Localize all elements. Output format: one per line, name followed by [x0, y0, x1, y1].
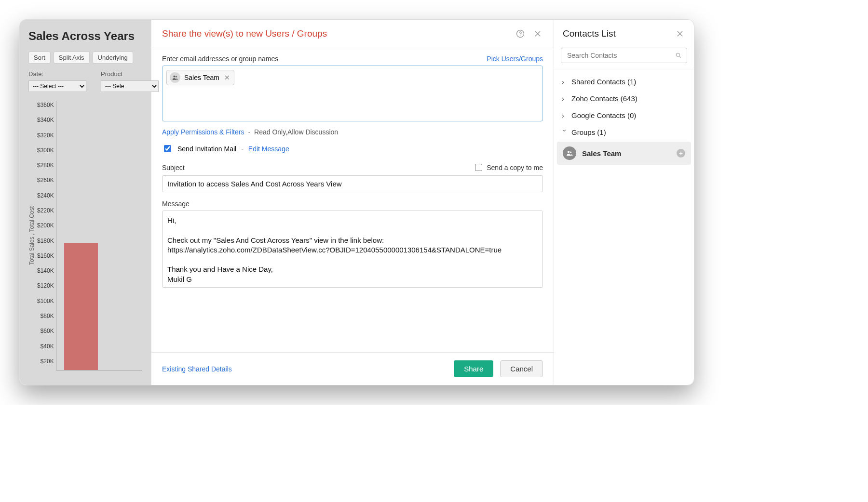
send-copy-label: Send a copy to me — [487, 164, 543, 172]
apply-permissions-link[interactable]: Apply Permissions & Filters — [162, 128, 244, 136]
close-contacts-icon[interactable] — [675, 28, 685, 39]
date-filter-label: Date: — [28, 70, 86, 78]
product-filter-select[interactable]: --- Sele — [101, 80, 159, 92]
sort-button[interactable]: Sort — [28, 52, 51, 64]
group-icon — [563, 146, 576, 160]
group-icon — [170, 72, 180, 83]
share-button[interactable]: Share — [454, 360, 493, 377]
pick-users-link[interactable]: Pick Users/Groups — [487, 55, 543, 63]
message-textarea[interactable] — [162, 211, 543, 288]
contacts-panel: Contacts List › Shared Contacts (1) › Zo… — [554, 20, 694, 385]
add-group-icon[interactable]: + — [677, 149, 685, 158]
google-contacts-row[interactable]: › Google Contacts (0) — [557, 107, 691, 124]
shared-contacts-row[interactable]: › Shared Contacts (1) — [557, 73, 691, 90]
svg-point-1 — [520, 36, 520, 36]
send-invitation-label: Send Invitation Mail — [177, 145, 236, 153]
cancel-button[interactable]: Cancel — [500, 360, 543, 377]
split-axis-button[interactable]: Split Axis — [54, 52, 90, 64]
chart-bar — [64, 243, 98, 370]
date-filter-select[interactable]: --- Select --- — [28, 80, 86, 92]
send-invitation-checkbox[interactable] — [164, 145, 171, 152]
y-axis-label: Total Sales , Total Cost — [28, 101, 35, 370]
edit-message-link[interactable]: Edit Message — [248, 145, 289, 153]
group-sales-team[interactable]: Sales Team + — [557, 142, 691, 165]
zoho-contacts-label: Zoho Contacts (643) — [571, 94, 637, 103]
chart-plot — [56, 101, 142, 370]
search-icon — [675, 52, 682, 59]
report-toolbar: Sort Split Axis Underlying — [28, 52, 142, 64]
chevron-down-icon: › — [561, 130, 569, 135]
report-title: Sales Across Years — [28, 29, 142, 43]
groups-label: Groups (1) — [571, 128, 606, 136]
permissions-summary: Read Only,Allow Discussion — [254, 128, 338, 136]
recipients-input[interactable]: Sales Team ✕ — [162, 66, 543, 121]
google-contacts-label: Google Contacts (0) — [571, 111, 636, 119]
contacts-title: Contacts List — [563, 28, 668, 39]
svg-point-2 — [173, 76, 175, 78]
subject-label: Subject — [162, 164, 185, 172]
product-filter-label: Product — [101, 70, 159, 78]
chevron-right-icon: › — [562, 94, 568, 103]
search-contacts-field[interactable] — [566, 51, 675, 60]
chart-area: Total Sales , Total Cost $360K$340K$320K… — [28, 101, 142, 370]
message-label: Message — [162, 200, 190, 208]
report-panel: Sales Across Years Sort Split Axis Under… — [20, 20, 151, 385]
svg-point-6 — [570, 151, 571, 153]
app-window: Sales Across Years Sort Split Axis Under… — [19, 19, 694, 385]
svg-point-4 — [676, 53, 679, 56]
existing-shared-link[interactable]: Existing Shared Details — [162, 365, 232, 373]
zoho-contacts-row[interactable]: › Zoho Contacts (643) — [557, 90, 691, 107]
groups-row[interactable]: › Groups (1) — [557, 124, 691, 141]
recipients-label: Enter email addresses or group names — [162, 55, 278, 63]
chevron-right-icon: › — [562, 78, 568, 86]
share-modal-title: Share the view(s) to new Users / Groups — [162, 28, 508, 39]
share-modal: Share the view(s) to new Users / Groups … — [151, 20, 554, 385]
y-axis-ticks: $360K$340K$320K$300K$280K$260K$240K$220K… — [35, 101, 56, 370]
recipient-chip-label: Sales Team — [184, 74, 219, 81]
recipient-chip: Sales Team ✕ — [166, 70, 234, 85]
remove-chip-icon[interactable]: ✕ — [224, 74, 230, 81]
close-icon[interactable] — [532, 28, 543, 39]
shared-contacts-label: Shared Contacts (1) — [571, 78, 636, 86]
svg-point-5 — [568, 151, 570, 153]
subject-input[interactable] — [162, 175, 543, 192]
svg-point-3 — [176, 76, 177, 78]
send-copy-checkbox[interactable] — [475, 164, 482, 171]
help-icon[interactable] — [515, 28, 526, 39]
search-contacts-input[interactable] — [561, 48, 687, 63]
chevron-right-icon: › — [562, 111, 568, 119]
filter-bar: Date: --- Select --- Product --- Sele — [28, 70, 142, 92]
underlying-button[interactable]: Underlying — [93, 52, 133, 64]
group-item-label: Sales Team — [582, 149, 671, 158]
